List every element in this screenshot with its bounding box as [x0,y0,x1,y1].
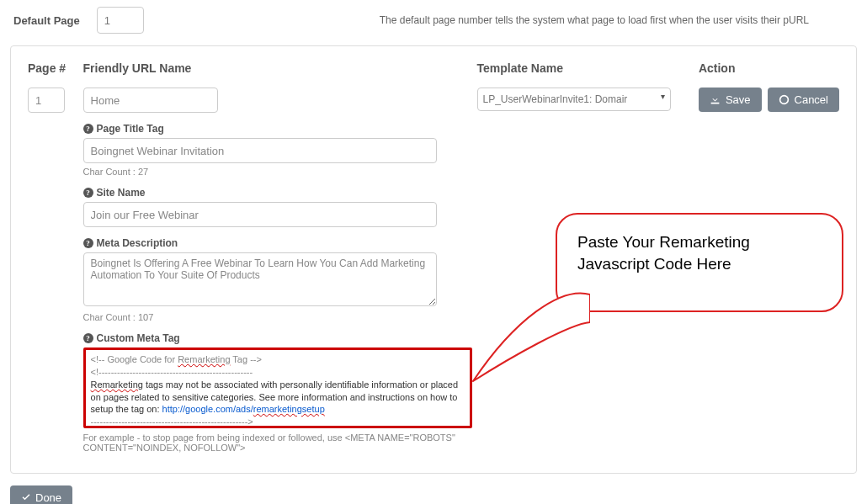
page-title-count: 27 [138,167,148,177]
meta-description-textarea[interactable] [83,252,437,306]
meta-desc-count: 107 [138,312,153,322]
help-icon: ? [83,238,93,248]
meta-description-label: Meta Description [97,237,178,249]
cancel-icon [779,94,790,105]
annotation-callout: Paste Your Remarketing Javascript Code H… [556,213,843,312]
meta-desc-count-label: Char Count : [83,312,136,322]
page-number-input[interactable] [28,88,65,113]
cancel-button[interactable]: Cancel [768,88,839,112]
page-title-input[interactable] [83,138,437,163]
help-icon: ? [83,333,93,343]
download-icon [710,94,721,105]
page-title-count-label: Char Count : [83,167,136,177]
site-name-label: Site Name [97,187,146,199]
custom-meta-textarea[interactable]: <!-- Google Code for Remarketing Tag -->… [83,347,472,428]
header-page-number: Page # [28,61,83,75]
header-friendly-url: Friendly URL Name [83,61,477,75]
done-button[interactable]: Done [10,485,72,504]
default-page-input[interactable] [97,7,144,34]
friendly-url-input[interactable] [83,88,218,113]
default-page-description: The default page number tells the system… [380,14,809,26]
template-select[interactable]: LP_UserWebinarInvite1: Domair [477,88,671,111]
default-page-row: Default Page The default page number tel… [10,7,857,34]
site-name-input[interactable] [83,202,437,227]
header-action: Action [699,61,839,75]
page-title-label: Page Title Tag [97,123,164,135]
help-icon: ? [83,124,93,134]
default-page-label: Default Page [13,14,80,27]
help-icon: ? [83,188,93,198]
check-icon [21,493,31,503]
custom-meta-note: For example - to stop page from being in… [83,432,477,453]
save-button[interactable]: Save [699,88,762,112]
custom-meta-label: Custom Meta Tag [97,332,180,344]
header-template: Template Name [477,61,682,75]
